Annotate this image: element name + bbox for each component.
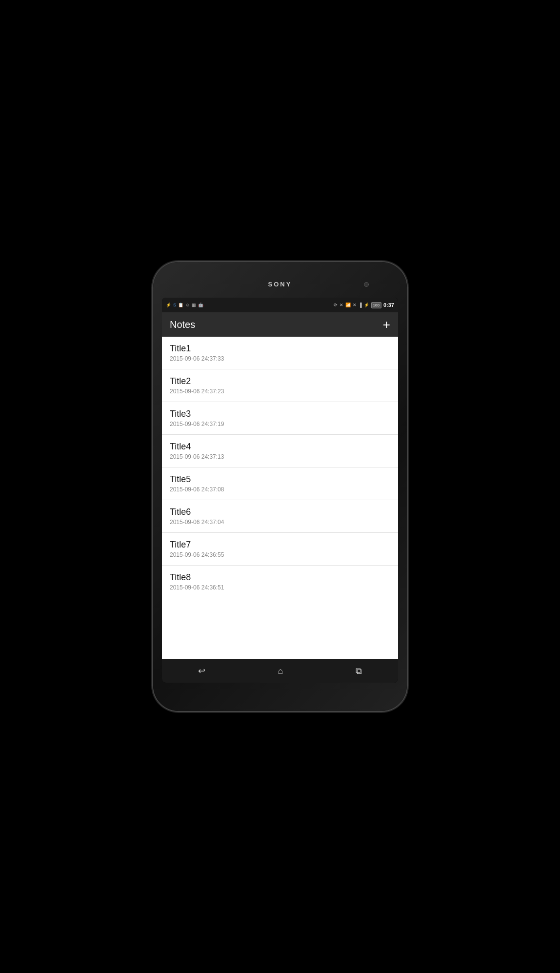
skype-icon: S	[173, 303, 176, 307]
note-item-7[interactable]: Title7 2015-09-06 24:36:55	[162, 533, 398, 566]
note-date-1: 2015-09-06 24:37:33	[170, 355, 390, 362]
phone-bottom-bar	[162, 683, 398, 702]
android-icon: 🤖	[198, 303, 203, 307]
app-header: Notes +	[162, 312, 398, 337]
note-title-6: Title6	[170, 507, 390, 517]
phone-screen: ⚡ S 📋 ☺ ▦ 🤖 ⟳ ✕ 📶 ✕ ▐ ⚡ 100 0:37	[162, 298, 398, 683]
note-title-1: Title1	[170, 344, 390, 354]
phone-top-bar: SONY	[162, 271, 398, 298]
front-camera	[364, 282, 369, 287]
note-title-4: Title4	[170, 442, 390, 452]
clipboard-icon: 📋	[178, 303, 183, 307]
battery-app-icon: ▦	[192, 303, 196, 307]
note-date-5: 2015-09-06 24:37:08	[170, 486, 390, 493]
signal-icon: ▐	[359, 303, 361, 307]
bottom-nav: ↩ ⌂ ⧉	[162, 659, 398, 683]
note-item-1[interactable]: Title1 2015-09-06 24:37:33	[162, 337, 398, 369]
note-item-3[interactable]: Title3 2015-09-06 24:37:19	[162, 402, 398, 435]
note-title-5: Title5	[170, 474, 390, 485]
app-title: Notes	[170, 319, 195, 330]
note-item-4[interactable]: Title4 2015-09-06 24:37:13	[162, 435, 398, 467]
file-x-icon: ✕	[340, 303, 343, 307]
emoji-icon: ☺	[185, 303, 190, 307]
note-date-4: 2015-09-06 24:37:13	[170, 453, 390, 460]
recents-button[interactable]: ⧉	[346, 662, 372, 680]
phone-brand: SONY	[268, 281, 292, 288]
status-icons-left: ⚡ S 📋 ☺ ▦ 🤖	[166, 303, 203, 307]
note-date-2: 2015-09-06 24:37:23	[170, 388, 390, 395]
rotate-icon: ⟳	[334, 303, 338, 307]
charge-icon: ⚡	[364, 303, 369, 307]
status-bar: ⚡ S 📋 ☺ ▦ 🤖 ⟳ ✕ 📶 ✕ ▐ ⚡ 100 0:37	[162, 298, 398, 312]
note-date-8: 2015-09-06 24:36:51	[170, 584, 390, 591]
wifi-icon: 📶	[345, 303, 351, 307]
usb-icon: ⚡	[166, 303, 171, 307]
note-item-6[interactable]: Title6 2015-09-06 24:37:04	[162, 500, 398, 533]
status-icons-right: ⟳ ✕ 📶 ✕ ▐ ⚡ 100 0:37	[334, 302, 394, 308]
note-title-7: Title7	[170, 540, 390, 550]
note-item-8[interactable]: Title8 2015-09-06 24:36:51	[162, 566, 398, 598]
note-date-3: 2015-09-06 24:37:19	[170, 421, 390, 427]
battery-indicator: 100	[371, 302, 381, 308]
note-item-5[interactable]: Title5 2015-09-06 24:37:08	[162, 467, 398, 500]
note-title-2: Title2	[170, 376, 390, 386]
add-note-button[interactable]: +	[383, 318, 390, 331]
notes-list: Title1 2015-09-06 24:37:33 Title2 2015-0…	[162, 337, 398, 659]
note-item-2[interactable]: Title2 2015-09-06 24:37:23	[162, 369, 398, 402]
status-time: 0:37	[383, 302, 394, 308]
note-date-6: 2015-09-06 24:37:04	[170, 519, 390, 526]
back-button[interactable]: ↩	[188, 662, 215, 680]
signal-x-icon: ✕	[353, 303, 357, 307]
home-button[interactable]: ⌂	[268, 662, 293, 680]
note-title-8: Title8	[170, 572, 390, 583]
note-title-3: Title3	[170, 409, 390, 419]
note-date-7: 2015-09-06 24:36:55	[170, 551, 390, 558]
phone-device: SONY ⚡ S 📋 ☺ ▦ 🤖 ⟳ ✕ 📶 ✕ ▐ ⚡ 100	[153, 262, 407, 711]
